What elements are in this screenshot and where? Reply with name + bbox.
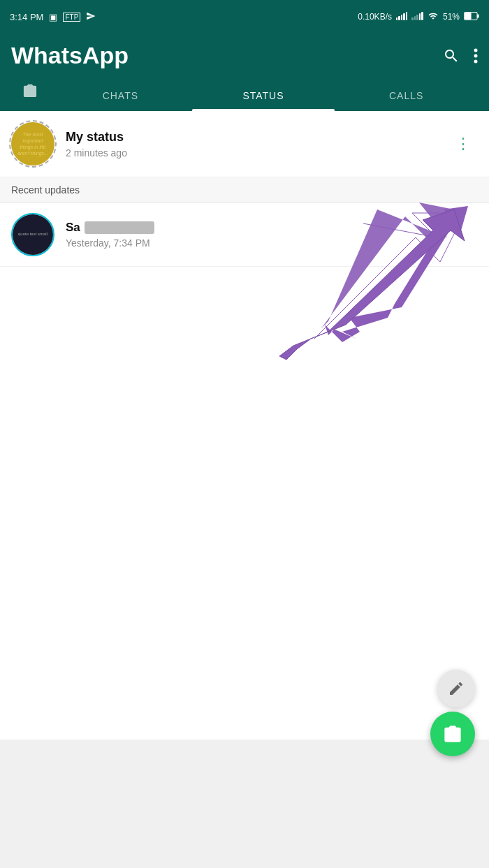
recent-status-info: Sa Yesterday, 7:34 PM [66, 221, 478, 249]
my-status-info: My status 2 minutes ago [66, 130, 450, 159]
fab-camera-button[interactable] [430, 712, 475, 756]
more-options-button[interactable] [474, 47, 478, 64]
tab-status[interactable]: STATUS [192, 80, 335, 111]
recent-status-name: Sa [66, 221, 80, 235]
recent-avatar-inner: quote text small [13, 214, 53, 255]
signal-icon-2 [411, 12, 423, 22]
svg-rect-1 [477, 14, 479, 17]
my-status-row[interactable]: The most important things in life aren't… [0, 111, 489, 177]
header-top: WhatsApp [11, 42, 478, 69]
header: WhatsApp CHATS STATUS [0, 34, 489, 111]
header-actions [443, 47, 478, 64]
recent-updates-header: Recent updates [0, 177, 489, 203]
name-redacted [85, 221, 154, 234]
battery-level: 51% [443, 12, 460, 22]
wifi-icon [428, 11, 439, 23]
recent-name-row: Sa [66, 221, 478, 235]
main-content: The most important things in life aren't… [0, 111, 489, 740]
search-button[interactable] [443, 47, 460, 64]
recent-status-avatar: quote text small [11, 213, 54, 256]
svg-point-5 [474, 59, 478, 63]
status-bar-right: 0.10KB/s 51% [358, 11, 479, 23]
send-icon [86, 11, 96, 23]
my-status-avatar-wrapper: The most important things in life aren't… [11, 122, 54, 165]
tab-chats[interactable]: CHATS [49, 80, 192, 111]
status-item-row[interactable]: quote text small Sa Yesterday, 7:34 PM [0, 203, 489, 267]
status-bar-left: 3:14 PM ▣ FTP [10, 11, 96, 23]
fab-pencil-button[interactable] [437, 670, 475, 707]
svg-point-4 [474, 54, 478, 57]
svg-point-3 [474, 48, 478, 52]
message-icon: ▣ [49, 12, 57, 22]
app-title: WhatsApp [11, 42, 129, 69]
ftp-icon: FTP [63, 13, 80, 22]
my-status-more-button[interactable]: ⋮ [450, 129, 478, 159]
tab-bar: CHATS STATUS CALLS [11, 80, 478, 111]
dashed-ring [9, 120, 57, 168]
time-display: 3:14 PM [10, 12, 43, 22]
recent-status-time: Yesterday, 7:34 PM [66, 237, 478, 249]
svg-rect-2 [465, 13, 471, 19]
my-status-time: 2 minutes ago [66, 147, 450, 159]
status-bar: 3:14 PM ▣ FTP 0.10KB/s [0, 0, 489, 34]
signal-icon [396, 12, 408, 22]
battery-icon [464, 12, 479, 22]
tab-calls[interactable]: CALLS [335, 80, 478, 111]
network-speed: 0.10KB/s [358, 12, 392, 22]
my-status-name: My status [66, 130, 450, 145]
camera-tab-icon[interactable] [11, 83, 49, 109]
